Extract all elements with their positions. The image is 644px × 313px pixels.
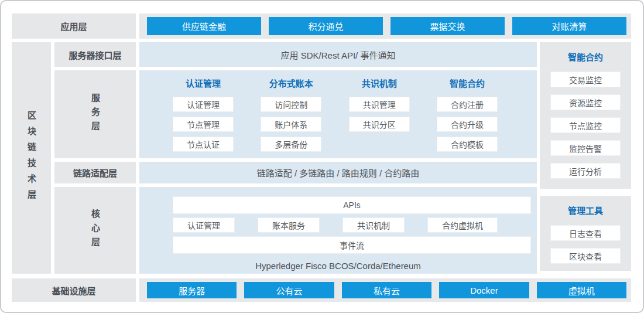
monitor-item: 运行分析 xyxy=(550,163,621,179)
platforms-label: Hyperledger Fisco BCOS/Corda/Ethereum xyxy=(139,261,537,271)
interface-layer-label: 服务器接口层 xyxy=(54,42,136,67)
service-item: 合约注册 xyxy=(437,97,498,112)
monitor-item: 监控告警 xyxy=(550,140,621,156)
service-column-contract: 智能合约 合约注册 合约升级 合约模板 xyxy=(437,77,498,158)
infra-button-docker: Docker xyxy=(439,282,529,298)
app-button-points-exchange: 积分通兑 xyxy=(269,17,383,35)
infra-button-server: 服务器 xyxy=(147,282,237,298)
core-layer-label: 核心层 xyxy=(54,187,136,274)
core-module: 共识机制 xyxy=(342,217,405,233)
tools-panel: 管理工具 日志查看 区块查看 xyxy=(540,196,631,271)
monitor-panel: 智能合约 交易监控 资源监控 节点监控 监控告警 运行分析 xyxy=(540,42,631,189)
link-layer-label: 链路适配层 xyxy=(54,162,136,183)
tools-item: 日志查看 xyxy=(550,225,621,241)
service-item: 认证管理 xyxy=(173,97,234,112)
monitor-panel-title: 智能合约 xyxy=(568,51,603,64)
app-layer-label: 应用层 xyxy=(12,13,136,39)
service-column-title: 智能合约 xyxy=(437,77,498,90)
blockchain-architecture-diagram: 应用层 供应链金融 积分通兑 票据交换 对账清算 区块链技术层 服务器接口层 服… xyxy=(0,0,644,313)
service-item: 访问控制 xyxy=(261,97,321,112)
service-column-title: 分布式账本 xyxy=(261,77,321,90)
service-column-title: 共识机制 xyxy=(349,77,410,90)
service-item: 账户体系 xyxy=(261,117,321,132)
event-stream-bar: 事件流 xyxy=(173,236,531,254)
service-item: 节点管理 xyxy=(173,117,234,132)
app-button-bill-exchange: 票据交换 xyxy=(390,17,505,35)
infra-layer-strip: 服务器 公有云 私有云 Docker 虚拟机 xyxy=(139,278,631,302)
core-module: 合约虚拟机 xyxy=(427,217,498,233)
service-layer-panel: 认证管理 认证管理 节点管理 节点认证 分布式账本 访问控制 账户体系 多层备份… xyxy=(139,70,537,158)
infra-button-public-cloud: 公有云 xyxy=(244,282,334,298)
link-layer-content: 链路适配 / 多链路由 / 路由规则 / 合约路由 xyxy=(139,162,537,183)
service-column-auth: 认证管理 认证管理 节点管理 节点认证 xyxy=(173,77,234,158)
core-layer-panel: APIs 认证管理 账本服务 共识机制 合约虚拟机 事件流 Hyperledge… xyxy=(139,187,537,274)
tech-layer-label: 区块链技术层 xyxy=(27,111,36,206)
service-item: 节点认证 xyxy=(173,137,234,152)
infra-layer-label: 基础设施层 xyxy=(12,278,136,302)
monitor-item: 交易监控 xyxy=(550,72,621,87)
service-item: 共识管理 xyxy=(349,97,410,112)
tech-layer-bar: 区块链技术层 xyxy=(12,42,51,274)
service-column-title: 认证管理 xyxy=(173,77,234,90)
app-button-supply-chain-finance: 供应链金融 xyxy=(147,17,261,35)
tools-item: 区块查看 xyxy=(550,248,621,264)
app-layer-strip: 供应链金融 积分通兑 票据交换 对账清算 xyxy=(139,13,631,39)
monitor-item: 资源监控 xyxy=(550,94,621,110)
core-module: 认证管理 xyxy=(173,217,235,233)
interface-layer-content: 应用 SDK/Rest API/ 事件通知 xyxy=(139,42,537,67)
service-item: 多层备份 xyxy=(261,137,321,152)
service-item: 合约模板 xyxy=(437,137,498,152)
tools-panel-title: 管理工具 xyxy=(568,205,603,217)
monitor-item: 节点监控 xyxy=(550,117,621,133)
app-button-reconciliation: 对账清算 xyxy=(512,17,626,35)
infra-button-vm: 虚拟机 xyxy=(537,282,626,298)
service-item: 合约升级 xyxy=(437,117,498,132)
service-layer-label: 服务层 xyxy=(54,70,136,158)
infra-button-private-cloud: 私有云 xyxy=(342,282,431,298)
service-item: 共识分区 xyxy=(349,117,410,132)
core-modules-row: 认证管理 账本服务 共识机制 合约虚拟机 xyxy=(173,217,498,233)
core-module: 账本服务 xyxy=(258,217,320,233)
service-column-ledger: 分布式账本 访问控制 账户体系 多层备份 xyxy=(261,77,321,158)
apis-bar: APIs xyxy=(173,196,531,214)
service-column-consensus: 共识机制 共识管理 共识分区 xyxy=(349,77,410,158)
